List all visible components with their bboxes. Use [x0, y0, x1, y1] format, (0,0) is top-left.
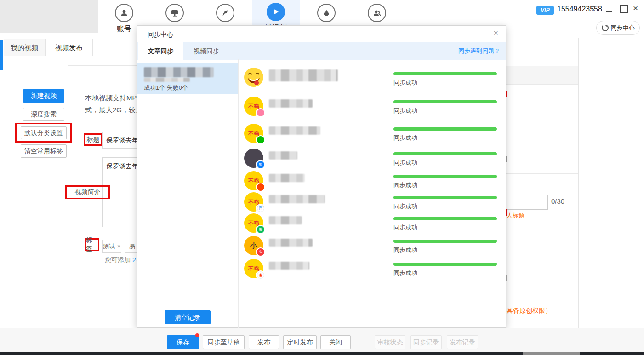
person-icon — [115, 4, 133, 22]
sync-center-button[interactable]: 同步中心 — [596, 21, 640, 35]
left-accent-strip — [0, 40, 3, 70]
sync-status: 同步成功 — [393, 159, 417, 167]
modal-tab-article-sync[interactable]: 文章同步 — [138, 42, 183, 60]
save-notification-dot — [195, 333, 199, 337]
app-window: 账号 图文号 微头条 微视频 热点号 互动 VIP 15549423558 ▽ … — [0, 0, 644, 355]
sync-status: 同步成功 — [393, 246, 417, 254]
tags-label: 标签 — [86, 236, 98, 253]
review-status-button: 审核状态 — [375, 335, 405, 349]
sync-row: 同步成功 — [244, 72, 499, 93]
people-icon — [368, 4, 386, 22]
feather-icon — [216, 4, 234, 22]
annotation-box-title: 标题 — [84, 133, 102, 146]
avatar: 不鸣趣 — [244, 213, 263, 233]
upload-hint-line1: 本地视频支持MP4 — [85, 92, 137, 104]
original-rights-hint-clipped: 具备原创权限） — [507, 307, 552, 315]
new-video-button[interactable]: 新建视频 — [23, 89, 64, 103]
sync-center-button-label: 同步中心 — [611, 24, 635, 32]
monitor-icon — [165, 4, 184, 22]
sync-help-link[interactable]: 同步遇到问题？ — [458, 42, 500, 60]
progress-bar — [393, 240, 497, 243]
right-panel-divider — [506, 173, 578, 174]
tab-my-videos[interactable]: 我的视频 — [4, 39, 45, 56]
redacted-account-name — [269, 69, 338, 81]
sync-status: 同步成功 — [393, 202, 417, 211]
sync-row: 不鸣 同步成功 — [244, 100, 499, 121]
sync-row: 不鸣 同步成功 — [244, 127, 499, 149]
progress-bar — [393, 152, 497, 155]
default-title-hint-clipped: 人标题 — [507, 212, 524, 220]
tab-video-publish[interactable]: 视频发布 — [45, 39, 93, 56]
save-button[interactable]: 保存 — [167, 335, 199, 349]
progress-bar — [393, 100, 497, 103]
redacted-task-title — [144, 67, 214, 77]
avatar-text: 小 — [251, 241, 257, 250]
redacted-account-name — [269, 99, 313, 108]
progress-bar — [393, 175, 497, 178]
avatar: 不鸣 — [244, 124, 263, 143]
sync-row: 不鸣 同步成功 — [244, 175, 499, 196]
clipped-text-mark — [506, 275, 507, 281]
dropdown-caret-icon[interactable]: ▽ — [590, 5, 596, 13]
avatar: 不鸣 — [244, 97, 263, 116]
bottom-action-bar: 保存 同步至草稿 发布 定时发布 关闭 审核状态 同步记录 发布记录 — [0, 328, 644, 352]
deep-search-button[interactable]: 深度搜索 — [23, 108, 64, 121]
modal-close-icon[interactable]: × — [493, 29, 498, 38]
sync-row: 不鸣百 同步成功 — [244, 196, 499, 217]
tag-chip-clipped[interactable]: 易 — [125, 240, 137, 253]
tag-text: 测试 — [103, 242, 115, 251]
tag-remove-icon[interactable]: × — [117, 243, 120, 250]
window-close-button[interactable]: × — [633, 3, 638, 13]
redacted-task-subtitle — [144, 78, 190, 82]
avatar: 不鸣 — [244, 171, 263, 190]
sync-task-item-selected[interactable]: 成功1个 失败0个 — [137, 63, 238, 94]
form-panel-border-top — [68, 65, 137, 66]
sync-status: 同步成功 — [393, 134, 417, 142]
top-left-gray-block — [0, 0, 98, 33]
redacted-account-name — [269, 262, 309, 270]
platform-badge-icon — [256, 135, 265, 144]
sync-records-button: 同步记录 — [410, 335, 442, 349]
clear-records-button[interactable]: 清空记录 — [165, 310, 211, 324]
avatar: 小头 — [244, 236, 263, 255]
custom-title-input-clipped[interactable] — [506, 195, 548, 210]
annotation-box-description: 视频简介 — [65, 185, 110, 199]
sync-center-modal: 同步中心 × 文章同步 视频同步 同步遇到问题？ 成功1个 失败0个 同步成功 … — [137, 25, 506, 328]
maximize-button[interactable] — [620, 5, 628, 13]
publish-button[interactable]: 发布 — [249, 335, 279, 349]
tags-hint: 您可添加 2- — [105, 256, 137, 264]
redacted-account-name — [269, 195, 325, 203]
char-counter: 0/30 — [551, 197, 564, 205]
tag-chip[interactable]: 测试× — [102, 240, 121, 253]
platform-badge-icon: ◉ — [256, 270, 265, 280]
avatar: 知 — [244, 149, 263, 168]
modal-tab-video-sync[interactable]: 视频同步 — [194, 42, 219, 60]
sync-row: 知 同步成功 — [244, 152, 499, 173]
minimize-button[interactable] — [606, 11, 612, 12]
publish-records-button: 发布记录 — [447, 335, 478, 349]
platform-badge-icon: 趣 — [256, 225, 265, 234]
default-category-button[interactable]: 默认分类设置 — [21, 126, 67, 139]
modal-panel-divider — [238, 59, 239, 328]
redacted-account-name — [269, 174, 305, 182]
sync-status: 同步成功 — [393, 223, 417, 232]
sync-to-draft-button[interactable]: 同步至草稿 — [203, 335, 245, 349]
play-icon — [267, 3, 285, 21]
refresh-icon — [602, 24, 609, 31]
clipped-text-mark — [506, 156, 507, 162]
tags-hint-text: 您可添加 — [105, 256, 132, 263]
progress-bar — [393, 72, 497, 75]
annotation-box-tags: 标签 — [85, 238, 99, 251]
close-button[interactable]: 关闭 — [320, 335, 351, 349]
sync-row: 不鸣趣 同步成功 — [244, 217, 499, 238]
title-input[interactable]: 保罗谈去年 — [102, 132, 137, 149]
redacted-account-name — [269, 151, 297, 160]
sync-status: 同步成功 — [393, 269, 417, 277]
clear-common-tags-button[interactable]: 清空常用标签 — [21, 144, 67, 158]
scheduled-publish-button[interactable]: 定时发布 — [283, 335, 317, 349]
platform-badge-icon: 百 — [256, 204, 265, 213]
sync-status: 同步成功 — [393, 181, 417, 189]
sync-row: 小头 同步成功 — [244, 240, 499, 261]
right-panel-header — [506, 66, 578, 85]
tags-hint-link[interactable]: 2- — [132, 256, 137, 263]
